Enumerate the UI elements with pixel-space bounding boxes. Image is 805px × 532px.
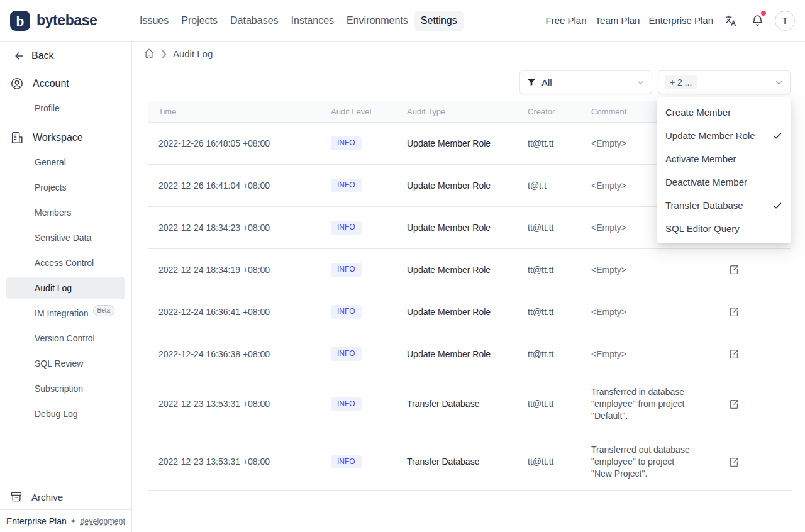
- filter-bar: All + 2 ...: [132, 70, 791, 94]
- audit-level-select[interactable]: All: [519, 70, 652, 94]
- speaker-icon: [70, 516, 77, 526]
- avatar-initial: T: [782, 15, 787, 26]
- notification-bell-icon[interactable]: [748, 12, 766, 30]
- free-plan-link[interactable]: Free Plan: [546, 15, 587, 26]
- sidebar-item-general[interactable]: General: [6, 151, 125, 174]
- archive-label: Archive: [31, 492, 63, 502]
- table-row: 2022-12-23 13:53:31 +08:00 INFO Transfer…: [148, 375, 791, 433]
- breadcrumb: ❯ Audit Log: [143, 48, 805, 59]
- svg-text:b: b: [16, 14, 25, 28]
- sidebar-item-projects[interactable]: Projects: [6, 176, 125, 199]
- menu-item-sql-editor-query[interactable]: SQL Editor Query: [657, 217, 791, 240]
- notification-dot: [761, 11, 766, 16]
- cell-comment: Transferred in database "employee" from …: [581, 375, 707, 433]
- nav-item-settings[interactable]: Settings: [414, 11, 464, 31]
- breadcrumb-current: Audit Log: [173, 48, 213, 59]
- back-label: Back: [31, 50, 54, 62]
- sidebar-item-subscription[interactable]: Subscription: [6, 377, 125, 400]
- menu-item-label: Update Member Role: [665, 130, 755, 141]
- sidebar-footer: Enterprise Plan development: [0, 509, 131, 532]
- table-row: 2022-12-24 18:34:19 +08:00 INFO Update M…: [148, 249, 791, 291]
- column-header-creator: Creator: [518, 101, 581, 123]
- chevron-down-icon: [636, 78, 645, 87]
- main-nav: Issues Projects Databases Instances Envi…: [133, 11, 464, 31]
- menu-item-activate-member[interactable]: Activate Member: [657, 147, 791, 170]
- cell-creator: tt@tt.tt: [518, 291, 581, 333]
- audit-type-select[interactable]: + 2 ...: [658, 70, 791, 94]
- export-button[interactable]: [721, 260, 747, 280]
- cell-time: 2022-12-26 16:48:05 +08:00: [148, 123, 321, 165]
- audit-level-value: All: [541, 77, 552, 88]
- audit-level-badge: INFO: [331, 221, 362, 235]
- settings-sidebar: Back Account Profile Workspace General P…: [0, 42, 132, 532]
- enterprise-plan-link[interactable]: Enterprise Plan: [648, 15, 713, 26]
- table-row: 2022-12-23 13:53:31 +08:00 INFO Transfer…: [148, 433, 791, 491]
- cell-time: 2022-12-24 18:34:23 +08:00: [148, 207, 321, 249]
- team-plan-link[interactable]: Team Plan: [596, 15, 640, 26]
- sidebar-item-debug-log[interactable]: Debug Log: [6, 402, 125, 425]
- cell-audit-type: Update Member Role: [397, 249, 518, 291]
- environment-link[interactable]: development: [80, 517, 125, 526]
- sidebar-item-members[interactable]: Members: [6, 201, 125, 224]
- funnel-icon: [526, 77, 536, 87]
- back-button[interactable]: Back: [0, 45, 131, 67]
- menu-item-transfer-database[interactable]: Transfer Database: [657, 194, 791, 217]
- menu-item-label: SQL Editor Query: [665, 223, 740, 234]
- cell-audit-type: Update Member Role: [397, 123, 518, 165]
- table-row: 2022-12-24 16:36:38 +08:00 INFO Update M…: [148, 333, 791, 375]
- account-icon: [10, 77, 24, 91]
- sidebar-item-version-control[interactable]: Version Control: [6, 327, 125, 350]
- cell-comment: <Empty>: [581, 291, 707, 333]
- sidebar-item-sql-review[interactable]: SQL Review: [6, 352, 125, 375]
- sidebar-section-workspace[interactable]: Workspace: [0, 126, 131, 150]
- cell-audit-type: Update Member Role: [397, 207, 518, 249]
- chevron-down-icon: [774, 78, 784, 87]
- nav-item-instances[interactable]: Instances: [285, 11, 340, 31]
- export-button[interactable]: [721, 452, 747, 472]
- archive-button[interactable]: Archive: [0, 484, 131, 509]
- export-button[interactable]: [721, 344, 747, 364]
- sidebar-item-audit-log[interactable]: Audit Log: [6, 277, 125, 299]
- check-icon: [772, 201, 782, 211]
- nav-item-projects[interactable]: Projects: [175, 11, 224, 31]
- audit-level-badge: INFO: [331, 347, 362, 361]
- cell-creator: t@t.t: [518, 165, 581, 207]
- export-button[interactable]: [721, 302, 747, 322]
- avatar[interactable]: T: [775, 11, 795, 31]
- translate-icon[interactable]: [722, 12, 740, 30]
- menu-item-label: Deactivate Member: [665, 177, 747, 187]
- sidebar-item-profile[interactable]: Profile: [6, 97, 125, 119]
- sidebar-item-access-control[interactable]: Access Control: [6, 252, 125, 274]
- audit-level-badge: INFO: [331, 305, 362, 319]
- cell-audit-type: Update Member Role: [397, 165, 518, 207]
- audit-level-badge: INFO: [331, 136, 362, 150]
- menu-item-label: Transfer Database: [665, 200, 743, 211]
- section-title: Account: [33, 78, 69, 89]
- menu-item-update-member-role[interactable]: Update Member Role: [657, 124, 791, 147]
- audit-type-dropdown: Create Member Update Member Role Activat…: [657, 97, 791, 243]
- export-button[interactable]: [721, 394, 747, 414]
- chevron-right-icon: ❯: [160, 49, 167, 58]
- home-icon[interactable]: [143, 48, 155, 59]
- cell-creator: tt@tt.tt: [518, 123, 581, 165]
- cell-time: 2022-12-24 18:34:19 +08:00: [148, 249, 321, 291]
- menu-item-create-member[interactable]: Create Member: [657, 101, 791, 124]
- nav-item-issues[interactable]: Issues: [133, 11, 175, 31]
- nav-item-environments[interactable]: Environments: [340, 11, 414, 31]
- nav-item-databases[interactable]: Databases: [224, 11, 285, 31]
- audit-level-badge: INFO: [331, 397, 362, 411]
- sidebar-item-sensitive-data[interactable]: Sensitive Data: [6, 226, 125, 249]
- cell-audit-type: Transfer Database: [397, 433, 518, 491]
- menu-item-label: Activate Member: [665, 153, 736, 164]
- sidebar-item-im-integration[interactable]: IM Integration Beta: [6, 302, 125, 324]
- cell-comment: <Empty>: [581, 333, 707, 375]
- menu-item-deactivate-member[interactable]: Deactivate Member: [657, 170, 791, 194]
- check-icon: [772, 131, 782, 141]
- audit-level-badge: INFO: [331, 455, 362, 469]
- sidebar-section-account[interactable]: Account: [0, 72, 131, 96]
- audit-type-value: + 2 ...: [665, 75, 697, 89]
- column-header-audit-level: Audit Level: [321, 101, 397, 123]
- bytebase-logo[interactable]: b bytebase: [9, 9, 133, 32]
- cell-comment: <Empty>: [581, 249, 707, 291]
- table-row: 2022-12-24 16:36:41 +08:00 INFO Update M…: [148, 291, 791, 333]
